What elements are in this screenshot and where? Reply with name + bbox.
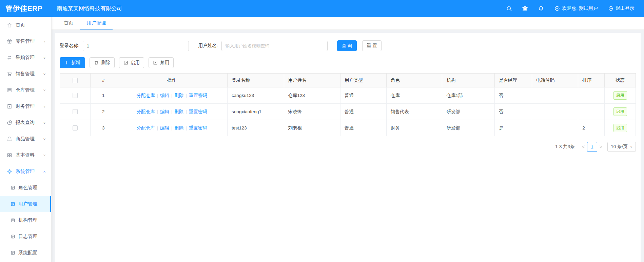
- chevron-down-icon: ∨: [43, 137, 46, 141]
- delete-link[interactable]: 删除: [175, 125, 184, 130]
- cell-phone: [532, 104, 578, 120]
- sidebar-item-basicdata[interactable]: 基本资料 ∨: [0, 147, 51, 163]
- prev-page-button[interactable]: <: [580, 144, 587, 149]
- bell-icon[interactable]: [538, 5, 544, 12]
- sidebar-subitem-log[interactable]: 日志管理: [0, 228, 51, 245]
- gear-icon: [7, 169, 12, 174]
- sidebar-item-sales[interactable]: 销售管理 ∨: [0, 66, 51, 82]
- next-page-button[interactable]: >: [597, 144, 605, 149]
- current-page-button[interactable]: 1: [587, 142, 597, 152]
- row-index: 2: [90, 104, 116, 120]
- login-name-input[interactable]: [83, 41, 189, 51]
- delete-link[interactable]: 删除: [175, 109, 184, 114]
- home-icon: [7, 22, 12, 28]
- sidebar-subitem-role[interactable]: 角色管理: [0, 180, 51, 196]
- status-badge: 启用: [613, 107, 627, 116]
- user-name-input[interactable]: [221, 41, 328, 51]
- edit-link[interactable]: 编辑: [160, 109, 169, 114]
- sidebar-subitem-user[interactable]: 用户管理: [0, 196, 51, 212]
- cell-org: 仓库1部: [442, 87, 495, 104]
- cell-login: songxiaofeng1: [228, 104, 284, 120]
- cart-icon: [7, 71, 12, 77]
- logout-icon: [608, 6, 613, 11]
- x-square-icon: [153, 60, 158, 65]
- col-org: 机构: [442, 74, 495, 87]
- table-toolbar: 新增 删除 启用 禁用: [60, 57, 636, 68]
- delete-link[interactable]: 删除: [175, 93, 184, 98]
- edit-link[interactable]: 编辑: [160, 93, 169, 98]
- reset-button[interactable]: 重 置: [362, 40, 382, 51]
- chevron-down-icon: ∨: [43, 88, 46, 92]
- enable-button[interactable]: 启用: [119, 57, 144, 68]
- document-icon: [11, 234, 15, 239]
- cell-phone: [532, 87, 578, 104]
- sidebar-item-home[interactable]: 首页: [0, 17, 51, 33]
- search-icon[interactable]: [506, 5, 512, 12]
- row-checkbox[interactable]: [73, 125, 78, 130]
- add-button[interactable]: 新增: [60, 57, 85, 68]
- sidebar-item-warehouse[interactable]: 仓库管理 ∨: [0, 82, 51, 98]
- assign-warehouse-link[interactable]: 分配仓库: [136, 93, 155, 98]
- cell-name: 宋晓锋: [284, 104, 340, 120]
- cell-name: 刘老根: [284, 120, 340, 136]
- cell-manager: 否: [494, 87, 532, 104]
- users-table: # 操作 登录名称 用户姓名 用户类型 角色 机构 是否经理 电话号码 排序 状: [60, 73, 636, 136]
- user-dropdown-icon: [554, 6, 560, 11]
- col-login: 登录名称: [228, 74, 284, 87]
- logout-text: 退出登录: [616, 5, 635, 12]
- sidebar-subitem-org[interactable]: 机构管理: [0, 212, 51, 228]
- reset-password-link[interactable]: 重置密码: [189, 93, 207, 98]
- main-area: 首页 用户管理 登录名称: 用户姓名: 查 询 重 置: [52, 17, 644, 262]
- chevron-down-icon: ∨: [43, 40, 46, 43]
- login-name-label: 登录名称:: [60, 43, 79, 49]
- cell-sort: [578, 87, 605, 104]
- cell-type: 普通: [340, 87, 386, 104]
- shopping-bag-icon: [7, 136, 12, 142]
- search-button[interactable]: 查 询: [337, 40, 357, 51]
- sidebar-item-finance[interactable]: 财务管理 ∨: [0, 98, 51, 115]
- pagination: 1-3 共3条 < 1 > 10 条/页 ∨: [60, 142, 636, 152]
- tab-user-management[interactable]: 用户管理: [80, 17, 113, 29]
- cell-type: 普通: [340, 120, 386, 136]
- row-checkbox[interactable]: [73, 93, 78, 98]
- check-square-icon: [123, 60, 128, 65]
- bank-icon[interactable]: [522, 5, 528, 12]
- sidebar-item-retail[interactable]: 零售管理 ∨: [0, 33, 51, 49]
- cell-manager: 是: [494, 120, 532, 136]
- chevron-down-icon: ∨: [43, 105, 46, 108]
- user-welcome-dropdown[interactable]: 欢迎您, 测试用户: [554, 5, 598, 12]
- cell-role: 财务: [386, 120, 442, 136]
- document-icon: [11, 250, 15, 255]
- row-index: 3: [90, 120, 116, 136]
- chevron-down-icon: ∨: [630, 145, 632, 148]
- tab-home[interactable]: 首页: [57, 17, 80, 29]
- sidebar-item-purchase[interactable]: 采购管理 ∨: [0, 49, 51, 66]
- col-actions: 操作: [116, 74, 228, 87]
- cell-sort: [578, 104, 605, 120]
- delete-button[interactable]: 删除: [90, 57, 115, 68]
- sidebar-item-products[interactable]: 商品管理 ∨: [0, 131, 51, 147]
- disable-button[interactable]: 禁用: [149, 57, 174, 68]
- sidebar-subitem-config[interactable]: 系统配置: [0, 245, 51, 261]
- select-all-checkbox[interactable]: [73, 78, 78, 83]
- filter-form: 登录名称: 用户姓名: 查 询 重 置: [60, 40, 636, 51]
- content-background: 登录名称: 用户姓名: 查 询 重 置 新增: [52, 30, 644, 262]
- chevron-up-icon: ∧: [43, 170, 46, 173]
- cell-manager: 否: [494, 104, 532, 120]
- assign-warehouse-link[interactable]: 分配仓库: [136, 109, 155, 114]
- row-checkbox[interactable]: [73, 109, 78, 114]
- pagination-total: 1-3 共3条: [555, 144, 575, 150]
- edit-link[interactable]: 编辑: [160, 125, 169, 130]
- logout-button[interactable]: 退出登录: [608, 5, 635, 12]
- cell-name: 仓库123: [284, 87, 340, 104]
- page-size-select[interactable]: 10 条/页 ∨: [607, 142, 636, 152]
- assign-warehouse-link[interactable]: 分配仓库: [136, 125, 155, 130]
- reset-password-link[interactable]: 重置密码: [189, 125, 207, 130]
- col-role: 角色: [386, 74, 442, 87]
- col-type: 用户类型: [340, 74, 386, 87]
- sidebar-item-reports[interactable]: 报表查询 ∨: [0, 115, 51, 131]
- app-logo: 管伊佳ERP: [0, 4, 52, 13]
- reset-password-link[interactable]: 重置密码: [189, 109, 207, 114]
- welcome-text: 欢迎您, 测试用户: [562, 5, 598, 12]
- sidebar-item-system[interactable]: 系统管理 ∧: [0, 163, 51, 180]
